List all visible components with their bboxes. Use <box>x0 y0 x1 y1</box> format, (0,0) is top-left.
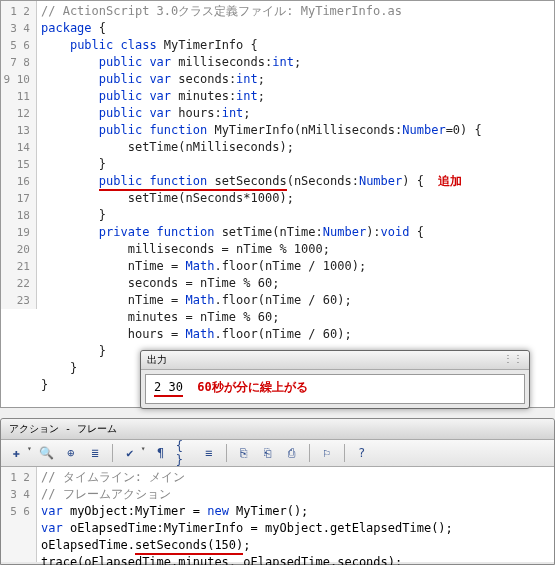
upper-gutter: 1 2 3 4 5 6 7 8 9 10 11 12 13 14 15 16 1… <box>1 1 37 309</box>
lower-code-editor[interactable]: 1 2 3 4 5 6 // タイムライン: メイン // フレームアクション … <box>1 467 554 562</box>
upper-code-editor[interactable]: 1 2 3 4 5 6 7 8 9 10 11 12 13 14 15 16 1… <box>0 0 555 408</box>
actions-title-label: アクション - フレーム <box>9 423 117 434</box>
check-icon[interactable]: ✔ <box>121 444 139 462</box>
script3-icon[interactable]: ⎙ <box>283 444 301 462</box>
output-panel[interactable]: 出力 ⋮⋮ 2 30 60秒が分に繰上がる <box>140 350 530 409</box>
lower-code[interactable]: // タイムライン: メイン // フレームアクション var myObject… <box>37 467 554 562</box>
dropdown-arrow-icon[interactable]: ▾ <box>141 444 146 462</box>
add-icon[interactable]: ✚ <box>7 444 25 462</box>
help-icon[interactable]: ? <box>353 444 371 462</box>
output-note: 60秒が分に繰上がる <box>197 380 307 394</box>
panel-grip-icon[interactable]: ⋮⋮ <box>503 353 523 364</box>
output-value: 2 30 <box>154 380 183 397</box>
dropdown-arrow-icon[interactable]: ▾ <box>27 444 32 462</box>
script2-icon[interactable]: ⎗ <box>259 444 277 462</box>
target-icon[interactable]: ⊕ <box>62 444 80 462</box>
brace-l-icon[interactable]: { } <box>176 444 194 462</box>
actions-panel-title[interactable]: アクション - フレーム <box>1 419 554 440</box>
output-panel-title[interactable]: 出力 ⋮⋮ <box>141 351 529 370</box>
actions-panel: アクション - フレーム ✚▾🔍⊕≣✔▾¶{ }≡⎘⎗⎙⚐? 1 2 3 4 5… <box>0 418 555 565</box>
flag-icon[interactable]: ⚐ <box>318 444 336 462</box>
auto-icon[interactable]: ¶ <box>152 444 170 462</box>
toolbar-separator <box>226 444 227 462</box>
output-body: 2 30 60秒が分に繰上がる <box>145 374 525 404</box>
output-title-label: 出力 <box>147 354 167 365</box>
actions-toolbar: ✚▾🔍⊕≣✔▾¶{ }≡⎘⎗⎙⚐? <box>1 440 554 467</box>
toolbar-separator <box>112 444 113 462</box>
toolbar-separator <box>344 444 345 462</box>
tree-icon[interactable]: ≣ <box>86 444 104 462</box>
script-icon[interactable]: ⎘ <box>235 444 253 462</box>
brace-r-icon[interactable]: ≡ <box>200 444 218 462</box>
toolbar-separator <box>309 444 310 462</box>
upper-code[interactable]: // ActionScript 3.0クラス定義ファイル: MyTimerInf… <box>37 1 554 396</box>
lower-gutter: 1 2 3 4 5 6 <box>1 467 37 562</box>
find-icon[interactable]: 🔍 <box>38 444 56 462</box>
